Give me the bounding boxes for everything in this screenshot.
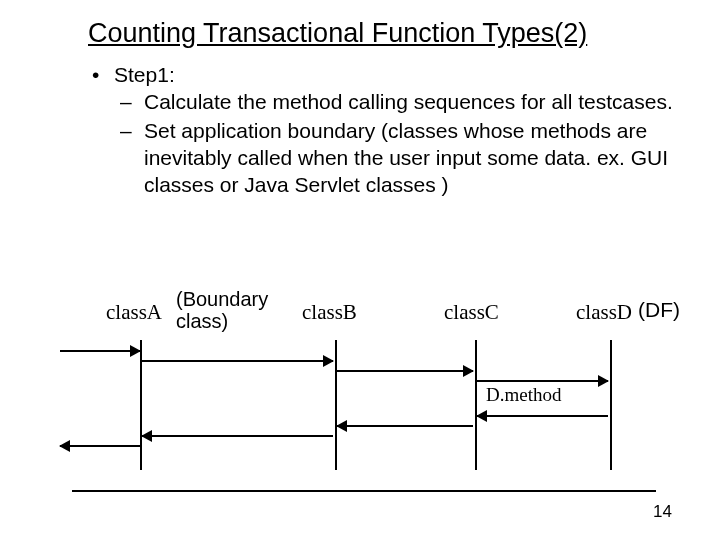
classD-label: classD — [576, 300, 632, 325]
d-method-label: D.method — [486, 384, 561, 406]
lifeline-B — [335, 340, 337, 470]
classA-note: (Boundary class) — [176, 288, 268, 332]
arrow-in-A — [60, 350, 140, 352]
step1-item-1: Calculate the method calling sequences f… — [144, 89, 680, 116]
bullet-list: Step1: Calculate the method calling sequ… — [88, 63, 680, 199]
step1-text: Step1: — [114, 63, 175, 86]
classA-label: classA — [106, 300, 162, 325]
classC-label: classC — [444, 300, 499, 325]
classB-label: classB — [302, 300, 357, 325]
arrow-C-B — [337, 425, 473, 427]
arrow-C-D — [477, 380, 608, 382]
step1-sublist: Calculate the method calling sequences f… — [114, 89, 680, 199]
arrow-B-A — [142, 435, 333, 437]
classA-note-line2: class) — [176, 310, 228, 332]
arrow-B-C — [337, 370, 473, 372]
arrow-D-C — [477, 415, 608, 417]
arrow-A-B — [142, 360, 333, 362]
arrow-A-out — [60, 445, 140, 447]
page-number: 14 — [653, 502, 672, 522]
slide: Counting Transactional Function Types(2)… — [0, 0, 720, 540]
classA-note-line1: (Boundary — [176, 288, 268, 310]
step1-item-2: Set application boundary (classes whose … — [144, 118, 680, 199]
footer-hr — [72, 490, 656, 492]
lifeline-C — [475, 340, 477, 470]
lifeline-D — [610, 340, 612, 470]
df-label: (DF) — [638, 298, 680, 322]
step1-label: Step1: Calculate the method calling sequ… — [114, 63, 680, 199]
slide-title: Counting Transactional Function Types(2) — [88, 18, 680, 49]
